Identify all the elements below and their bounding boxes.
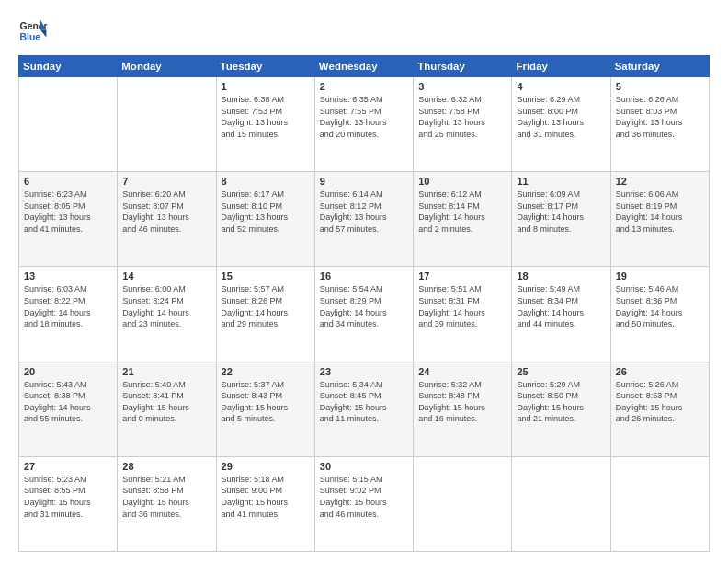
calendar-cell: 27Sunrise: 5:23 AM Sunset: 8:55 PM Dayli…: [19, 456, 118, 551]
day-info: Sunrise: 5:46 AM Sunset: 8:36 PM Dayligh…: [616, 283, 704, 329]
day-info: Sunrise: 6:35 AM Sunset: 7:55 PM Dayligh…: [320, 94, 408, 140]
calendar-cell: 20Sunrise: 5:43 AM Sunset: 8:38 PM Dayli…: [19, 362, 118, 456]
logo-icon: General Blue: [18, 17, 48, 46]
day-info: Sunrise: 6:29 AM Sunset: 8:00 PM Dayligh…: [517, 94, 605, 140]
calendar-cell: [118, 77, 216, 172]
calendar-cell: 5Sunrise: 6:26 AM Sunset: 8:03 PM Daylig…: [610, 77, 709, 172]
weekday-header-thursday: Thursday: [414, 56, 512, 77]
day-number: 30: [320, 461, 408, 472]
day-info: Sunrise: 5:29 AM Sunset: 8:50 PM Dayligh…: [517, 379, 605, 425]
week-row-3: 13Sunrise: 6:03 AM Sunset: 8:22 PM Dayli…: [19, 267, 710, 362]
day-info: Sunrise: 5:15 AM Sunset: 9:02 PM Dayligh…: [320, 474, 408, 520]
calendar-cell: [512, 456, 610, 551]
day-number: 21: [122, 366, 210, 377]
day-number: 7: [122, 176, 210, 187]
calendar-cell: 24Sunrise: 5:32 AM Sunset: 8:48 PM Dayli…: [414, 362, 512, 456]
day-info: Sunrise: 6:09 AM Sunset: 8:17 PM Dayligh…: [517, 189, 605, 235]
day-info: Sunrise: 5:51 AM Sunset: 8:31 PM Dayligh…: [418, 283, 506, 329]
day-info: Sunrise: 5:54 AM Sunset: 8:29 PM Dayligh…: [320, 283, 408, 329]
day-number: 24: [418, 366, 506, 377]
calendar-cell: 17Sunrise: 5:51 AM Sunset: 8:31 PM Dayli…: [414, 267, 512, 362]
day-number: 19: [616, 270, 704, 282]
header: General Blue: [18, 17, 710, 46]
calendar-cell: 26Sunrise: 5:26 AM Sunset: 8:53 PM Dayli…: [610, 362, 709, 456]
day-number: 12: [616, 176, 704, 187]
calendar-cell: 21Sunrise: 5:40 AM Sunset: 8:41 PM Dayli…: [118, 362, 216, 456]
week-row-5: 27Sunrise: 5:23 AM Sunset: 8:55 PM Dayli…: [19, 456, 710, 551]
calendar-cell: 30Sunrise: 5:15 AM Sunset: 9:02 PM Dayli…: [314, 456, 413, 551]
day-number: 27: [24, 461, 112, 472]
day-info: Sunrise: 6:00 AM Sunset: 8:24 PM Dayligh…: [122, 283, 210, 329]
calendar-cell: 9Sunrise: 6:14 AM Sunset: 8:12 PM Daylig…: [314, 172, 413, 267]
day-info: Sunrise: 5:21 AM Sunset: 8:58 PM Dayligh…: [122, 474, 210, 520]
calendar-cell: 3Sunrise: 6:32 AM Sunset: 7:58 PM Daylig…: [414, 77, 512, 172]
calendar-cell: 25Sunrise: 5:29 AM Sunset: 8:50 PM Dayli…: [512, 362, 610, 456]
svg-text:Blue: Blue: [20, 32, 41, 42]
day-number: 28: [122, 461, 210, 472]
calendar-cell: 22Sunrise: 5:37 AM Sunset: 8:43 PM Dayli…: [216, 362, 314, 456]
calendar-cell: 8Sunrise: 6:17 AM Sunset: 8:10 PM Daylig…: [216, 172, 314, 267]
calendar-cell: 10Sunrise: 6:12 AM Sunset: 8:14 PM Dayli…: [414, 172, 512, 267]
day-number: 8: [222, 176, 310, 187]
day-info: Sunrise: 6:26 AM Sunset: 8:03 PM Dayligh…: [616, 94, 704, 140]
weekday-header-monday: Monday: [118, 56, 216, 77]
day-number: 1: [222, 81, 310, 92]
week-row-2: 6Sunrise: 6:23 AM Sunset: 8:05 PM Daylig…: [19, 172, 710, 267]
day-info: Sunrise: 5:43 AM Sunset: 8:38 PM Dayligh…: [24, 379, 112, 425]
day-info: Sunrise: 5:37 AM Sunset: 8:43 PM Dayligh…: [222, 379, 310, 425]
calendar-cell: 13Sunrise: 6:03 AM Sunset: 8:22 PM Dayli…: [19, 267, 118, 362]
day-number: 15: [222, 270, 310, 282]
weekday-header-row: SundayMondayTuesdayWednesdayThursdayFrid…: [19, 56, 710, 77]
calendar-cell: 7Sunrise: 6:20 AM Sunset: 8:07 PM Daylig…: [118, 172, 216, 267]
day-info: Sunrise: 5:23 AM Sunset: 8:55 PM Dayligh…: [24, 474, 112, 520]
calendar-cell: [414, 456, 512, 551]
day-number: 14: [122, 270, 210, 282]
calendar-cell: [610, 456, 709, 551]
weekday-header-friday: Friday: [512, 56, 610, 77]
calendar-cell: 28Sunrise: 5:21 AM Sunset: 8:58 PM Dayli…: [118, 456, 216, 551]
calendar-cell: 15Sunrise: 5:57 AM Sunset: 8:26 PM Dayli…: [216, 267, 314, 362]
day-number: 9: [320, 176, 408, 187]
day-number: 23: [320, 366, 408, 377]
day-info: Sunrise: 6:32 AM Sunset: 7:58 PM Dayligh…: [418, 94, 506, 140]
day-number: 29: [222, 461, 310, 472]
day-info: Sunrise: 6:06 AM Sunset: 8:19 PM Dayligh…: [616, 189, 704, 235]
day-info: Sunrise: 5:49 AM Sunset: 8:34 PM Dayligh…: [517, 283, 605, 329]
calendar-cell: 6Sunrise: 6:23 AM Sunset: 8:05 PM Daylig…: [19, 172, 118, 267]
day-info: Sunrise: 5:32 AM Sunset: 8:48 PM Dayligh…: [418, 379, 506, 425]
day-number: 4: [517, 81, 605, 92]
day-info: Sunrise: 5:57 AM Sunset: 8:26 PM Dayligh…: [222, 283, 310, 329]
day-info: Sunrise: 6:38 AM Sunset: 7:53 PM Dayligh…: [222, 94, 310, 140]
weekday-header-sunday: Sunday: [19, 56, 118, 77]
week-row-4: 20Sunrise: 5:43 AM Sunset: 8:38 PM Dayli…: [19, 362, 710, 456]
week-row-1: 1Sunrise: 6:38 AM Sunset: 7:53 PM Daylig…: [19, 77, 710, 172]
weekday-header-wednesday: Wednesday: [314, 56, 413, 77]
day-info: Sunrise: 6:14 AM Sunset: 8:12 PM Dayligh…: [320, 189, 408, 235]
weekday-header-saturday: Saturday: [610, 56, 709, 77]
day-number: 18: [517, 270, 605, 282]
day-info: Sunrise: 6:17 AM Sunset: 8:10 PM Dayligh…: [222, 189, 310, 235]
calendar-cell: 12Sunrise: 6:06 AM Sunset: 8:19 PM Dayli…: [610, 172, 709, 267]
day-number: 6: [24, 176, 112, 187]
calendar-cell: 16Sunrise: 5:54 AM Sunset: 8:29 PM Dayli…: [314, 267, 413, 362]
day-number: 13: [24, 270, 112, 282]
calendar-cell: 23Sunrise: 5:34 AM Sunset: 8:45 PM Dayli…: [314, 362, 413, 456]
day-number: 22: [222, 366, 310, 377]
calendar-cell: 2Sunrise: 6:35 AM Sunset: 7:55 PM Daylig…: [314, 77, 413, 172]
day-number: 5: [616, 81, 704, 92]
day-info: Sunrise: 5:18 AM Sunset: 9:00 PM Dayligh…: [222, 474, 310, 520]
calendar-cell: 14Sunrise: 6:00 AM Sunset: 8:24 PM Dayli…: [118, 267, 216, 362]
calendar-cell: 11Sunrise: 6:09 AM Sunset: 8:17 PM Dayli…: [512, 172, 610, 267]
day-number: 25: [517, 366, 605, 377]
day-number: 16: [320, 270, 408, 282]
day-number: 2: [320, 81, 408, 92]
calendar-cell: 19Sunrise: 5:46 AM Sunset: 8:36 PM Dayli…: [610, 267, 709, 362]
day-number: 20: [24, 366, 112, 377]
day-number: 3: [418, 81, 506, 92]
day-info: Sunrise: 6:03 AM Sunset: 8:22 PM Dayligh…: [24, 283, 112, 329]
day-info: Sunrise: 5:34 AM Sunset: 8:45 PM Dayligh…: [320, 379, 408, 425]
day-number: 11: [517, 176, 605, 187]
calendar-cell: 29Sunrise: 5:18 AM Sunset: 9:00 PM Dayli…: [216, 456, 314, 551]
calendar-cell: 4Sunrise: 6:29 AM Sunset: 8:00 PM Daylig…: [512, 77, 610, 172]
weekday-header-tuesday: Tuesday: [216, 56, 314, 77]
